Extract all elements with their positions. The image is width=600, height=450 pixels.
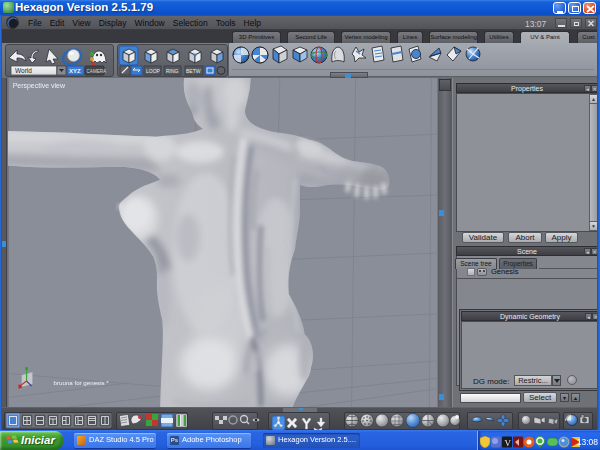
svg-text:XYZ: XYZ [69,68,81,74]
svg-text:LOOP: LOOP [146,68,161,74]
svg-text:bruuna for genesis *: bruuna for genesis * [54,379,110,386]
svg-text:V: V [505,438,512,448]
svg-text:RING: RING [166,68,179,74]
svg-text:CAMERA: CAMERA [87,69,108,74]
svg-text:BETW: BETW [186,68,201,74]
svg-text:World: World [15,67,32,74]
svg-text:Perspective view: Perspective view [13,82,66,90]
